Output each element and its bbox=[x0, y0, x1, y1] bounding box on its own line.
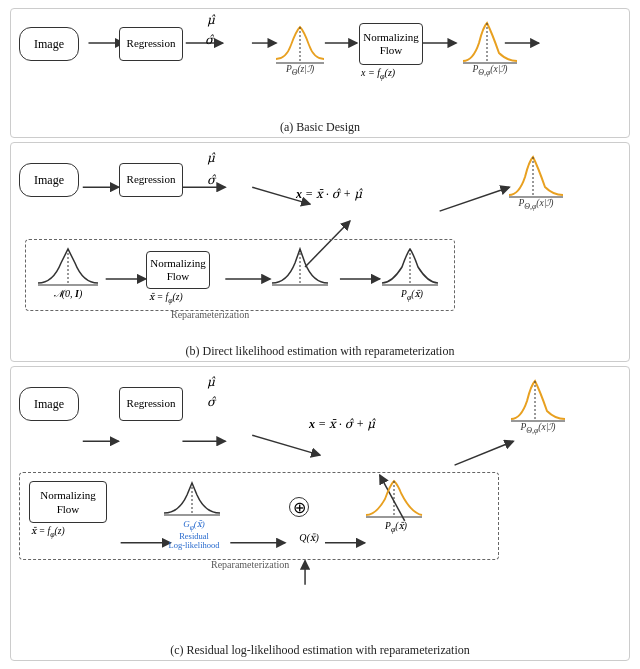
image-box-a: Image bbox=[19, 27, 79, 61]
normal-bell-b: 𝒩(0, I) bbox=[33, 245, 103, 295]
sigma-hat-c: σ̂ bbox=[207, 395, 215, 410]
diagram-b: Image Regression μ̂ σ̂ x = x̄ · σ̂ + μ̂ … bbox=[11, 143, 629, 340]
diagram-a: Image Regression μ̂ σ̂ PΘ(z|ℐ) Normalizi… bbox=[11, 9, 629, 116]
mu-hat-c: μ̂ bbox=[207, 375, 215, 390]
reparam-label-b: Reparameterization bbox=[171, 309, 249, 320]
main-container: Image Regression μ̂ σ̂ PΘ(z|ℐ) Normalizi… bbox=[0, 0, 640, 669]
regression-box-c: Regression bbox=[119, 387, 183, 421]
svg-line-29 bbox=[455, 441, 514, 465]
p-theta-bell-c: PΘ,φ(x|ℐ) bbox=[507, 373, 569, 425]
panel-a: Image Regression μ̂ σ̂ PΘ(z|ℐ) Normalizi… bbox=[10, 8, 630, 138]
panel-b: Image Regression μ̂ σ̂ x = x̄ · σ̂ + μ̂ … bbox=[10, 142, 630, 362]
sigma-hat-b: σ̂ bbox=[207, 173, 215, 188]
regression-box-a: Regression bbox=[119, 27, 183, 61]
xbar-bell-b bbox=[267, 245, 333, 295]
panel-c-label: (c) Residual log-likelihood estimation w… bbox=[170, 639, 470, 660]
main-equation-b: x = x̄ · σ̂ + μ̂ bbox=[296, 187, 362, 202]
flow-eq-a: x = fφ(z) bbox=[361, 67, 395, 81]
svg-line-28 bbox=[252, 435, 320, 455]
p-phi-bell-b: Pφ(x̄) bbox=[377, 245, 447, 300]
regression-box-b: Regression bbox=[119, 163, 183, 197]
g-phi-bell-c: Gφ(x̄) ResidualLog-likelihood bbox=[159, 479, 229, 531]
oplus-c: ⊕ bbox=[289, 497, 309, 517]
bell1-a: PΘ(z|ℐ) bbox=[271, 17, 329, 67]
image-box-c: Image bbox=[19, 387, 79, 421]
p-phi-bell-c: Pφ(x̄) bbox=[361, 477, 431, 535]
image-box-b: Image bbox=[19, 163, 79, 197]
main-equation-c: x = x̄ · σ̂ + μ̂ bbox=[309, 417, 375, 432]
p-theta-bell-b: PΘ,φ(x|ℐ) bbox=[505, 149, 567, 201]
nf-box-a: NormalizingFlow bbox=[359, 23, 423, 65]
xbar-eq-b: x̄ = fφ(z) bbox=[149, 291, 183, 305]
panel-c: Image Regression μ̂ σ̂ x = x̄ · σ̂ + μ̂ … bbox=[10, 366, 630, 661]
q-xbar-c: Q(x̄) bbox=[279, 532, 339, 543]
mu-hat-b: μ̂ bbox=[207, 151, 215, 166]
panel-a-label: (a) Basic Design bbox=[280, 116, 360, 137]
bell2-a: PΘ,φ(x|ℐ) bbox=[459, 15, 521, 67]
mu-hat-a: μ̂ bbox=[207, 13, 215, 28]
panel-b-label: (b) Direct likelihood estimation with re… bbox=[186, 340, 455, 361]
reparam-label-c: Reparameterization bbox=[211, 559, 289, 570]
sigma-hat-a: σ̂ bbox=[205, 33, 213, 48]
diagram-c: Image Regression μ̂ σ̂ x = x̄ · σ̂ + μ̂ … bbox=[11, 367, 629, 639]
svg-line-13 bbox=[440, 187, 510, 211]
nf-box-c: NormalizingFlow bbox=[29, 481, 107, 523]
xbar-eq-c: x̄ = fφ(z) bbox=[31, 525, 65, 539]
nf-box-b: NormalizingFlow bbox=[146, 251, 210, 289]
